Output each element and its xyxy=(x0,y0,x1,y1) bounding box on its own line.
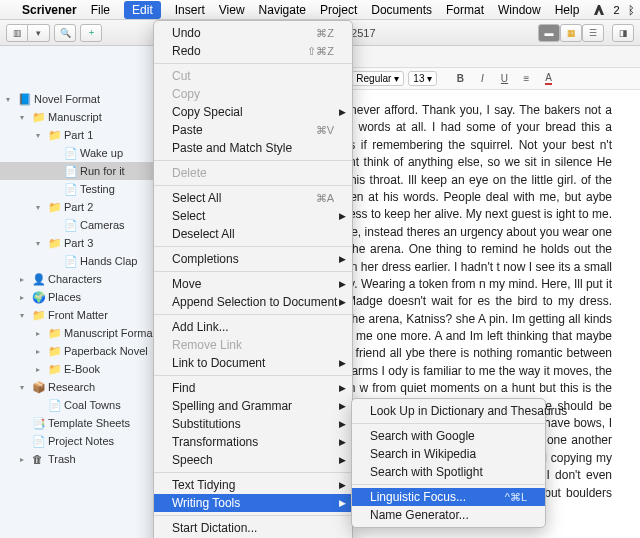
add-button[interactable]: ＋ xyxy=(80,24,102,42)
bluetooth-icon[interactable]: ᛒ xyxy=(628,4,635,16)
status-number: 2 xyxy=(613,4,619,16)
view-cork[interactable]: ▦ xyxy=(560,24,582,42)
menu-item[interactable]: Deselect All xyxy=(154,225,352,243)
menu-item[interactable]: Redo⇧⌘Z xyxy=(154,42,352,60)
menu-item[interactable]: Start Dictation... xyxy=(154,519,352,537)
menu-item[interactable]: Paste and Match Style xyxy=(154,139,352,157)
adobe-icon[interactable] xyxy=(593,4,605,16)
menu-item[interactable]: Search in Wikipedia xyxy=(352,445,545,463)
menubar: Scrivener File Edit Insert View Navigate… xyxy=(0,0,640,20)
menu-item[interactable]: Move▶ xyxy=(154,275,352,293)
menu-navigate[interactable]: Navigate xyxy=(259,3,306,17)
menu-item[interactable]: Substitutions▶ xyxy=(154,415,352,433)
menu-item[interactable]: Undo⌘Z xyxy=(154,24,352,42)
align-button[interactable]: ≡ xyxy=(517,71,535,87)
writing-tools-menu: Look Up in Dictionary and ThesaurusSearc… xyxy=(351,398,546,528)
search-button[interactable]: 🔍 xyxy=(54,24,76,42)
italic-button[interactable]: I xyxy=(473,71,491,87)
app-name[interactable]: Scrivener xyxy=(22,3,77,17)
menu-help[interactable]: Help xyxy=(555,3,580,17)
bold-button[interactable]: B xyxy=(451,71,469,87)
menu-item[interactable]: Append Selection to Document▶ xyxy=(154,293,352,311)
menu-item: Copy xyxy=(154,85,352,103)
inspector-toggle[interactable]: ◨ xyxy=(612,24,634,42)
menu-item[interactable]: Paste⌘V xyxy=(154,121,352,139)
menu-item[interactable]: Add Link... xyxy=(154,318,352,336)
view-single[interactable]: ▬ xyxy=(538,24,560,42)
menu-item[interactable]: Linguistic Focus...^⌘L xyxy=(352,488,545,506)
menu-insert[interactable]: Insert xyxy=(175,3,205,17)
menu-item[interactable]: Link to Document▶ xyxy=(154,354,352,372)
menu-item[interactable]: Select▶ xyxy=(154,207,352,225)
menu-item[interactable]: Look Up in Dictionary and Thesaurus xyxy=(352,402,545,420)
binder-dropdown[interactable]: ▾ xyxy=(28,24,50,42)
menu-item[interactable]: Copy Special▶ xyxy=(154,103,352,121)
underline-button[interactable]: U xyxy=(495,71,513,87)
menu-item: Remove Link xyxy=(154,336,352,354)
menu-item[interactable]: Name Generator... xyxy=(352,506,545,524)
binder-toggle[interactable]: ▥ xyxy=(6,24,28,42)
menu-item[interactable]: Search with Google xyxy=(352,427,545,445)
menu-item[interactable]: Completions▶ xyxy=(154,250,352,268)
menu-project[interactable]: Project xyxy=(320,3,357,17)
weight-select[interactable]: Regular ▾ xyxy=(351,71,404,86)
view-outline[interactable]: ☰ xyxy=(582,24,604,42)
menu-item: Cut xyxy=(154,67,352,85)
menu-format[interactable]: Format xyxy=(446,3,484,17)
menu-item: Delete xyxy=(154,164,352,182)
menu-documents[interactable]: Documents xyxy=(371,3,432,17)
menu-item[interactable]: Select All⌘A xyxy=(154,189,352,207)
edit-menu: Undo⌘ZRedo⇧⌘ZCutCopyCopy Special▶Paste⌘V… xyxy=(153,20,353,538)
menu-item[interactable]: Spelling and Grammar▶ xyxy=(154,397,352,415)
size-select[interactable]: 13 ▾ xyxy=(408,71,437,86)
menu-item[interactable]: Text Tidying▶ xyxy=(154,476,352,494)
menu-item[interactable]: Transformations▶ xyxy=(154,433,352,451)
menu-item[interactable]: Search with Spotlight xyxy=(352,463,545,481)
menu-file[interactable]: File xyxy=(91,3,110,17)
menu-window[interactable]: Window xyxy=(498,3,541,17)
color-button[interactable]: A xyxy=(539,71,557,87)
menu-item[interactable]: Speech▶ xyxy=(154,451,352,469)
menu-edit[interactable]: Edit xyxy=(124,1,161,19)
menu-view[interactable]: View xyxy=(219,3,245,17)
menu-item[interactable]: Find▶ xyxy=(154,379,352,397)
menu-item[interactable]: Writing Tools▶ xyxy=(154,494,352,512)
